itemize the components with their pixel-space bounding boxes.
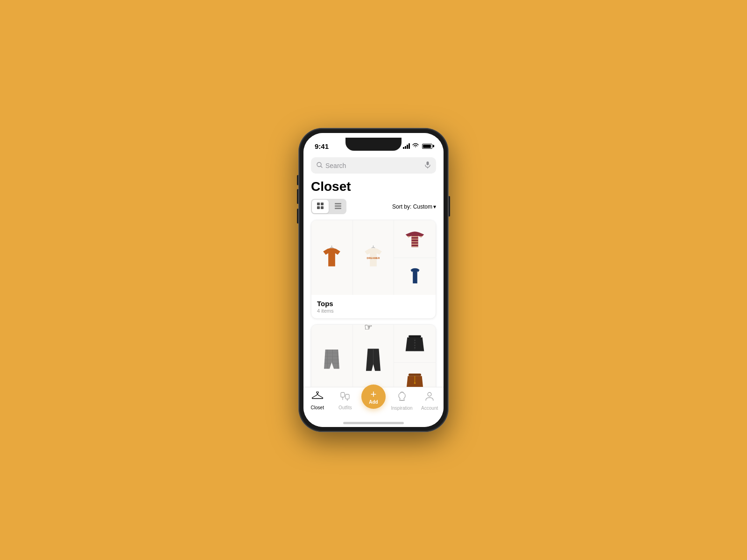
wifi-icon: [412, 143, 419, 149]
search-icon: [317, 162, 323, 169]
phone-frame: 9:41: [299, 128, 448, 432]
nav-closet[interactable]: Closet: [306, 392, 329, 410]
main-content: Closet: [303, 177, 444, 387]
account-nav-label: Account: [421, 406, 438, 411]
svg-rect-5: [321, 203, 324, 205]
svg-point-40: [428, 392, 431, 396]
phone-notch: [345, 138, 402, 151]
black-jeans-svg: [360, 345, 386, 380]
add-nav-label: Add: [369, 399, 378, 405]
closet-nav-label: Closet: [311, 405, 324, 410]
status-icons: [403, 143, 432, 149]
grid-view-button[interactable]: [312, 200, 329, 213]
tops-category-card[interactable]: DREAMER: [311, 220, 436, 319]
svg-rect-33: [409, 374, 421, 376]
navy-tank-svg: [403, 267, 427, 286]
svg-rect-8: [335, 203, 341, 204]
status-time: 9:41: [315, 142, 329, 150]
tops-count: 4 items: [317, 308, 430, 314]
phone-mockup: 9:41: [299, 128, 448, 432]
bottoms-col-double: [394, 325, 436, 387]
bottoms-grid: [311, 325, 436, 387]
view-controls: Sort by: Custom ▾: [311, 199, 436, 214]
bottoms-item-3[interactable]: [394, 325, 436, 363]
tops-name: Tops: [317, 300, 430, 308]
svg-text:DREAMER: DREAMER: [367, 257, 380, 259]
svg-rect-2: [427, 161, 429, 165]
phone-screen: 9:41: [303, 133, 444, 427]
add-button[interactable]: + Add: [361, 385, 386, 409]
tops-item-4[interactable]: [394, 258, 436, 295]
svg-rect-27: [409, 336, 421, 338]
tops-col-double: [394, 220, 436, 295]
power-button: [448, 196, 450, 217]
svg-rect-6: [317, 206, 320, 209]
bottoms-item-2[interactable]: [353, 325, 395, 387]
striped-blouse-svg: [402, 228, 428, 249]
person-icon: [424, 391, 435, 404]
bottoms-category-card[interactable]: Bottoms 4 items: [311, 324, 436, 387]
black-skirt-svg: [402, 333, 428, 354]
svg-rect-4: [317, 203, 320, 205]
brown-mini-skirt-svg: [402, 371, 428, 387]
view-toggle[interactable]: [311, 199, 346, 214]
search-placeholder: Search: [325, 162, 422, 169]
brown-tshirt-svg: [319, 243, 345, 273]
home-indicator-container: [303, 420, 444, 427]
dreamer-tshirt-svg: DREAMER: [360, 243, 386, 273]
search-bar[interactable]: Search: [311, 157, 436, 174]
tops-grid: DREAMER: [311, 220, 436, 295]
grey-pants-svg: [319, 345, 345, 380]
search-bar-container: Search: [303, 154, 444, 177]
inspiration-nav-label: Inspiration: [391, 406, 413, 411]
sort-label: Sort by: Custom: [392, 203, 432, 210]
svg-line-1: [321, 166, 322, 168]
svg-rect-36: [341, 392, 345, 397]
add-plus-icon: +: [371, 389, 377, 399]
hanger-icon: [312, 392, 323, 404]
battery-icon: [422, 144, 432, 149]
home-indicator: [343, 422, 404, 424]
tops-category-info: Tops 4 items: [311, 295, 436, 318]
outfits-icon: [339, 392, 351, 404]
page-title: Closet: [311, 179, 436, 194]
list-view-button[interactable]: [330, 199, 346, 214]
nav-inspiration[interactable]: Inspiration: [390, 391, 414, 411]
nav-outfits[interactable]: Outfits: [333, 392, 357, 410]
page-background: 9:41: [0, 0, 747, 560]
outfits-nav-label: Outfits: [338, 405, 352, 410]
svg-point-35: [414, 382, 416, 384]
svg-rect-9: [335, 205, 341, 207]
svg-rect-37: [345, 394, 349, 399]
bottom-nav: Closet Outfits: [303, 387, 444, 420]
tops-item-2[interactable]: DREAMER: [353, 220, 395, 295]
svg-rect-7: [321, 206, 324, 209]
sort-control[interactable]: Sort by: Custom ▾: [392, 203, 436, 210]
signal-icon: [403, 143, 410, 149]
tops-item-1[interactable]: [311, 220, 353, 295]
nav-add[interactable]: + Add: [361, 393, 386, 409]
nav-account[interactable]: Account: [418, 391, 441, 411]
tops-item-3[interactable]: [394, 220, 436, 258]
inspiration-icon: [397, 391, 407, 404]
svg-rect-10: [335, 208, 341, 209]
sort-chevron-icon: ▾: [433, 203, 436, 210]
bottoms-item-4[interactable]: [394, 363, 436, 387]
bottoms-item-1[interactable]: [311, 325, 353, 387]
microphone-icon[interactable]: [425, 161, 430, 170]
